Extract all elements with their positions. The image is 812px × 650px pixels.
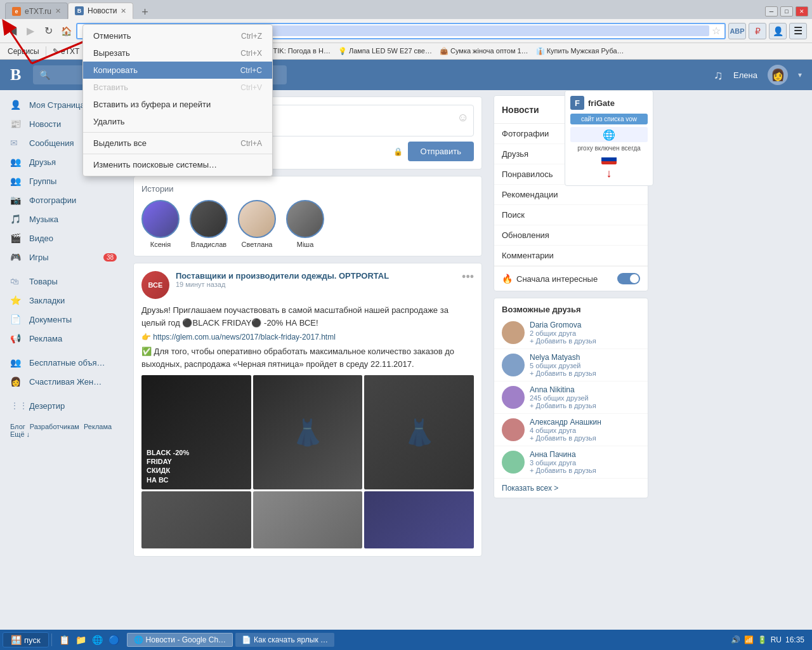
forward-button[interactable]: ▶ (23, 23, 38, 39)
post-image-2[interactable]: 👗 (253, 375, 363, 489)
ctx-select-all[interactable]: Выделить все Ctrl+A (83, 135, 272, 152)
sidebar-item-games[interactable]: 🎮 Игры 38 (0, 248, 127, 267)
story-4[interactable]: Міша (286, 200, 324, 248)
sidebar-item-bookmarks[interactable]: ⭐ Закладки (0, 291, 127, 310)
minimize-button[interactable]: ─ (765, 6, 778, 17)
home-button[interactable]: 🏠 (58, 23, 74, 39)
friend-add-4[interactable]: + Добавить в друзья (530, 434, 640, 442)
friend-mutual-1: 2 общих друга (530, 329, 640, 337)
star-icon[interactable]: ☆ (712, 25, 721, 37)
vk-username[interactable]: Елена (733, 70, 757, 80)
post-author-name[interactable]: Поставщики и производители одежды. OPTPO… (176, 271, 455, 281)
docs-icon: 📄 (10, 314, 23, 324)
close-button[interactable]: ✕ (796, 6, 808, 17)
ctx-paste[interactable]: Вставить Ctrl+V (83, 79, 272, 96)
tab-etxt[interactable]: e eTXT.ru ✕ (5, 3, 68, 19)
friend-add-2[interactable]: + Добавить в друзья (530, 369, 640, 377)
story-3[interactable]: Светлана (238, 200, 276, 248)
sidebar-item-dezertir[interactable]: ⋮⋮ Дезертир (0, 396, 127, 415)
friend-add-3[interactable]: + Добавить в друзья (530, 402, 640, 409)
taskbar-time: 16:35 (785, 635, 804, 644)
sidebar-item-docs[interactable]: 📄 Документы (0, 310, 127, 329)
post-image-5[interactable] (253, 491, 363, 548)
tray-icon-4[interactable]: 🔵 (107, 632, 122, 647)
frigate-icon-area: 🌐 (570, 127, 648, 142)
sidebar-item-video[interactable]: 🎬 Видео (0, 229, 127, 248)
emoji-icon[interactable]: ☺ (457, 111, 469, 124)
widget-item-updates[interactable]: Обновления (494, 225, 648, 246)
tray-icon-network[interactable]: 📶 (744, 635, 754, 644)
toggle-row: 🔥 Сначала интересные (494, 266, 648, 291)
frigate-site-btn[interactable]: сайт из списка vow (570, 114, 648, 124)
post-image-3[interactable]: 👗 (364, 375, 474, 489)
ctx-paste-go[interactable]: Вставить из буфера и перейти (83, 96, 272, 113)
ctx-delete[interactable]: Удалить (83, 113, 272, 130)
sidebar-item-photos[interactable]: 📷 Фотографии (0, 190, 127, 209)
post-image-4[interactable] (141, 491, 251, 548)
toggle-switch[interactable] (617, 273, 640, 284)
ctx-search-engines[interactable]: Изменить поисковые системы… (83, 156, 272, 173)
sidebar-item-goods[interactable]: 🛍 Товары (0, 272, 127, 291)
vk-user-avatar[interactable]: 👩 (768, 65, 788, 85)
tray-icon-battery[interactable]: 🔋 (757, 635, 767, 644)
toggle-knob (630, 274, 639, 283)
vk-logo[interactable]: В (10, 65, 20, 84)
friend-add-5[interactable]: + Добавить в друзья (530, 467, 640, 474)
post-link[interactable]: 👉 https://glem.com.ua/news/2017/black-fr… (141, 333, 474, 342)
story-1[interactable]: Ксенія (141, 200, 180, 248)
ctx-cut[interactable]: Вырезать Ctrl+X (83, 44, 272, 62)
new-tab-button[interactable]: + (136, 5, 154, 19)
dropdown-icon[interactable]: ▾ (798, 70, 802, 79)
post-image-6[interactable] (364, 491, 474, 548)
taskbar-window-2[interactable]: 📄 Как скачать ярлык … (235, 633, 334, 647)
tray-icon-2[interactable]: 📁 (74, 632, 89, 647)
tray-icon-sound[interactable]: 🔊 (731, 635, 740, 644)
reload-button[interactable]: ↻ (41, 23, 56, 39)
mypage-icon: 👤 (10, 100, 23, 110)
sidebar-item-free-ads[interactable]: 👥 Бесплатные объя… (0, 353, 127, 372)
post-author-avatar[interactable]: ВСЕ (141, 271, 169, 299)
widget-item-recommendations[interactable]: Рекомендации (494, 185, 648, 205)
widget-item-search[interactable]: Поиск (494, 205, 648, 225)
privacy-lock-icon: 🔒 (393, 147, 403, 156)
send-post-button[interactable]: Отправить (408, 142, 474, 161)
sidebar-item-happy[interactable]: 👩 Счастливая Женщ… (0, 372, 127, 391)
friend-name-4[interactable]: Александр Анашкин (530, 418, 640, 427)
friend-name-2[interactable]: Nelya Matyash (530, 353, 640, 362)
story-2[interactable]: Владислав (190, 200, 228, 248)
bookmark-lampa[interactable]: 💡 Лампа LED 5W E27 све… (334, 46, 436, 56)
tray-icon-1[interactable]: 📋 (57, 632, 72, 647)
show-all-friends[interactable]: Показать всех > (494, 479, 648, 498)
music-icon[interactable]: ♫ (714, 68, 723, 83)
tab-close-etxt[interactable]: ✕ (55, 7, 61, 15)
tab-novosti[interactable]: В Новости ✕ (68, 3, 133, 19)
tab-close-novosti[interactable]: ✕ (121, 7, 126, 15)
abp-icon[interactable]: ABP (728, 23, 746, 39)
bookmark-etxt[interactable]: ✎ eTXT (48, 46, 85, 57)
friend-name-1[interactable]: Daria Gromova (530, 321, 640, 329)
widget-item-comments[interactable]: Комментарии (494, 246, 648, 266)
user-account-icon[interactable]: 👤 (769, 23, 787, 39)
start-button[interactable]: 🪟 пуск (3, 632, 49, 647)
ctx-cancel[interactable]: Отменить Ctrl+Z (83, 27, 272, 44)
ctx-copy[interactable]: Копировать Ctrl+C (83, 62, 272, 79)
sidebar-item-ads[interactable]: 📢 Реклама (0, 329, 127, 348)
post-image-1[interactable]: BLACK -20%FRIDAYСКИДКНА ВС (141, 375, 251, 489)
post-more-button[interactable]: ••• (462, 271, 474, 282)
taskbar-window-1[interactable]: 🌐 Новости - Google Ch… (127, 633, 233, 647)
friend-item-3: Anna Nikitina 245 общих друзей + Добавит… (494, 381, 648, 414)
sidebar-item-music[interactable]: 🎵 Музыка (0, 209, 127, 229)
tray-icon-3[interactable]: 🌐 (90, 632, 105, 647)
stories-block: Истории Ксенія Владислав Светлана (133, 176, 482, 256)
bookmark-kupit[interactable]: 👔 Купить Мужская Руба… (532, 46, 628, 56)
back-button[interactable]: ◀ (5, 23, 20, 39)
restore-button[interactable]: □ (780, 6, 793, 17)
bookmark-servisy[interactable]: Сервисы (3, 46, 44, 57)
friend-name-3[interactable]: Anna Nikitina (530, 385, 640, 394)
friend-add-1[interactable]: + Добавить в друзья (530, 337, 640, 345)
toggle-label: Сначала интересные (516, 274, 598, 284)
rubric-icon[interactable]: ₽ (749, 23, 766, 39)
bookmark-sumka[interactable]: 👜 Сумка жіноча оптом 1… (436, 46, 532, 56)
friend-name-5[interactable]: Анна Пачина (530, 450, 640, 459)
menu-icon[interactable]: ☰ (789, 23, 807, 39)
